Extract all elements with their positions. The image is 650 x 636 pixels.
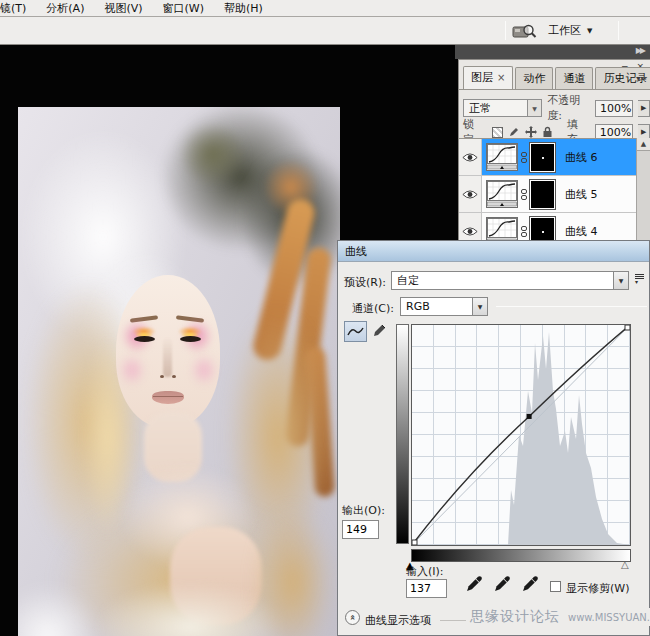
nose <box>163 337 172 377</box>
curve-point-highlight <box>625 325 630 330</box>
blend-mode-select[interactable]: 正常 ▼ <box>463 99 542 117</box>
watermark-site-url: www.MISSYUAN.COM <box>568 612 650 623</box>
curve-tool-icon <box>347 325 364 338</box>
highlight-input-slider[interactable]: △ <box>621 560 629 570</box>
bridge-icon[interactable] <box>512 23 538 39</box>
preset-value: 自定 <box>392 273 613 288</box>
workspace-label: 工作区 <box>548 23 581 38</box>
curves-adjustment-thumbnail[interactable] <box>486 180 518 208</box>
visibility-eye-icon[interactable] <box>459 139 482 175</box>
chevron-down-icon: ▼ <box>587 27 592 35</box>
chevron-down-icon[interactable]: ▼ <box>613 272 628 289</box>
tab-layers-label: 图层 <box>471 71 493 84</box>
channel-value: RGB <box>401 300 472 313</box>
show-clipping-label: 显示修剪(W) <box>566 581 629 596</box>
blend-mode-value: 正常 <box>464 101 496 116</box>
tab-actions[interactable]: 动作 <box>515 67 553 89</box>
dialog-title: 曲线 <box>345 245 367 258</box>
panel-tabs: 图层× 动作 通道 历史记录 <box>463 69 650 89</box>
output-input[interactable] <box>342 520 379 539</box>
layer-name: 曲线 4 <box>565 224 598 239</box>
chevron-down-icon[interactable]: ▼ <box>472 298 487 315</box>
input-input[interactable] <box>406 579 447 598</box>
preset-select[interactable]: 自定 ▼ <box>391 271 629 290</box>
tab-channels-label: 通道 <box>563 72 585 85</box>
mask-link-icon[interactable] <box>520 152 528 163</box>
input-gradient-bar <box>411 549 631 562</box>
scroll-up-icon[interactable]: ▲ <box>637 138 650 151</box>
layer-row-curves6[interactable]: 曲线 6 <box>459 139 637 176</box>
panel-menu-icon[interactable]: ▾≡ <box>636 74 647 83</box>
document-photo <box>18 107 340 636</box>
blush-left <box>114 349 150 391</box>
lips <box>152 391 184 404</box>
blush-right <box>186 349 222 391</box>
opacity-spinner-icon[interactable]: ▶ <box>638 100 650 117</box>
black-point-eyedropper-icon[interactable] <box>466 575 483 592</box>
layers-panel: − × 图层× 动作 通道 历史记录 ▾≡ 正常 ▼ 不透明度: 100% ▶ … <box>458 59 650 254</box>
lock-paint-icon[interactable] <box>508 126 520 139</box>
group-frame-line <box>496 306 647 307</box>
tab-close-icon[interactable]: × <box>497 72 505 83</box>
preset-label: 预设(R): <box>344 275 386 290</box>
layer-name: 曲线 6 <box>565 150 598 165</box>
tab-layers[interactable]: 图层× <box>463 66 513 89</box>
show-clipping-checkbox[interactable] <box>550 581 561 592</box>
toolbar-separator-2 <box>618 21 619 40</box>
toolbar-separator <box>505 21 506 40</box>
dialog-titlebar[interactable]: 曲线 <box>338 241 649 262</box>
menu-item-window[interactable]: 窗口(W) <box>163 1 204 16</box>
dock-header: ▶▶ <box>455 45 650 59</box>
menu-bar: 滤镜(T) 分析(A) 视图(V) 窗口(W) 帮助(H) <box>0 0 650 17</box>
headdress-moss <box>168 112 258 197</box>
menu-item-filter[interactable]: 滤镜(T) <box>0 1 26 16</box>
menu-item-analysis[interactable]: 分析(A) <box>46 1 84 16</box>
eye-left <box>134 336 155 342</box>
watermark: 思缘设计论坛 www.MISSYUAN.COM <box>466 608 650 626</box>
watermark-site-name: 思缘设计论坛 <box>470 608 560 626</box>
layer-row-curves5[interactable]: 曲线 5 <box>459 176 637 213</box>
white-point-eyedropper-icon[interactable] <box>522 575 539 592</box>
tab-channels[interactable]: 通道 <box>555 67 593 89</box>
gray-point-eyedropper-icon[interactable] <box>494 575 511 592</box>
curve-point-tool-button[interactable] <box>344 321 367 342</box>
nostril-right <box>172 375 176 378</box>
eye-right <box>180 336 201 342</box>
curve-point-shadow <box>412 540 417 545</box>
chevron-down-icon[interactable]: ▼ <box>527 100 541 116</box>
pencil-tool-icon[interactable] <box>372 323 387 341</box>
nostril-left <box>160 375 164 378</box>
output-label: 输出(O): <box>342 503 385 518</box>
curves-adjustment-thumbnail[interactable] <box>486 143 518 171</box>
curves-dialog: 曲线 预设(R): 自定 ▼ ▾ 通道(C): RGB ▼ ▲ △ 输出(O): <box>337 240 650 636</box>
tab-actions-label: 动作 <box>523 72 545 85</box>
layer-name: 曲线 5 <box>565 187 598 202</box>
channel-select[interactable]: RGB ▼ <box>400 297 488 316</box>
curve-graph[interactable] <box>411 324 631 546</box>
menu-item-view[interactable]: 视图(V) <box>104 1 142 16</box>
layer-list: 曲线 6 曲线 5 <box>459 138 637 254</box>
collapse-dock-icon[interactable]: ▶▶ <box>636 46 644 55</box>
mask-link-icon[interactable] <box>520 226 528 237</box>
layer-mask-thumbnail[interactable] <box>530 143 555 172</box>
menu-item-help[interactable]: 帮助(H) <box>224 1 263 16</box>
workspace-button[interactable]: 工作区 ▼ <box>548 23 592 38</box>
curve-display-options-expander[interactable]: « <box>345 610 360 625</box>
channel-label: 通道(C): <box>352 301 394 316</box>
mask-link-icon[interactable] <box>520 189 528 200</box>
visibility-eye-icon[interactable] <box>459 176 482 212</box>
output-gradient-bar <box>396 324 409 544</box>
lip-line <box>153 396 183 397</box>
lock-all-icon[interactable] <box>542 126 554 139</box>
layers-scrollbar[interactable]: ▲ <box>636 138 650 255</box>
layer-mask-thumbnail[interactable] <box>530 180 555 209</box>
lock-transparency-icon[interactable] <box>491 126 503 139</box>
face <box>116 275 220 427</box>
lock-move-icon[interactable] <box>525 126 537 139</box>
histogram <box>508 332 630 545</box>
opacity-value[interactable]: 100% <box>595 100 633 117</box>
tab-divider <box>459 89 650 90</box>
preset-options-icon[interactable]: ▾ <box>635 274 644 283</box>
curve-point-mid <box>527 414 532 419</box>
options-bar: 工作区 ▼ <box>0 17 650 45</box>
